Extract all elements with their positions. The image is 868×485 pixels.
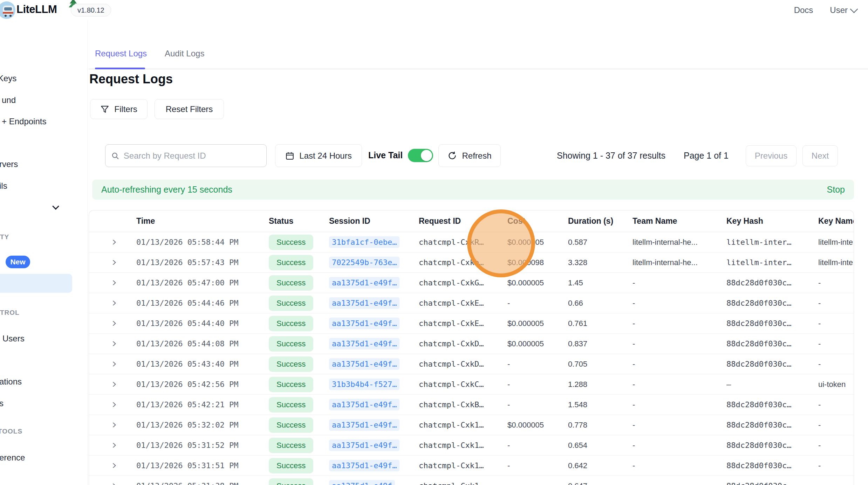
sidebar-item-servers[interactable]: rvers <box>0 159 18 169</box>
expand-row-chevron-icon[interactable] <box>89 463 136 468</box>
cell-time: 01/13/2026 05:57:43 PM <box>136 258 269 267</box>
cell-time: 01/13/2026 05:47:00 PM <box>136 278 269 287</box>
next-page-button[interactable]: Next <box>802 145 838 166</box>
table-row[interactable]: 01/13/2026 05:44:08 PM Success aa1375d1-… <box>89 334 854 354</box>
session-id-link[interactable]: aa1375d1-e49f… <box>329 358 399 370</box>
session-id-link[interactable]: 7022549b-763e… <box>329 257 399 268</box>
expand-row-chevron-icon[interactable] <box>89 280 136 285</box>
cell-request-id: chatcmpl-Cxk1… <box>419 461 507 470</box>
table-row[interactable]: 01/13/2026 05:58:44 PM Success 31bfa1cf-… <box>89 232 854 252</box>
expand-row-chevron-icon[interactable] <box>89 484 136 485</box>
cell-duration: 1.548 <box>568 400 633 409</box>
tab-request-logs[interactable]: Request Logs <box>95 49 147 58</box>
reset-filters-button[interactable]: Reset Filters <box>155 99 224 119</box>
table-row[interactable]: 01/13/2026 05:57:43 PM Success 7022549b-… <box>89 252 854 273</box>
session-id-link[interactable]: 31bfa1cf-0ebe… <box>329 236 399 248</box>
docs-link[interactable]: Docs <box>794 5 813 15</box>
cell-duration: 0.837 <box>568 339 633 348</box>
refresh-label: Refresh <box>462 151 491 161</box>
time-range-button[interactable]: Last 24 Hours <box>275 144 362 167</box>
session-id-link[interactable]: aa1375d1-e49f <box>329 480 395 485</box>
cell-cost: - <box>507 461 568 470</box>
sidebar-item-organizations[interactable]: ations <box>0 377 22 387</box>
table-row[interactable]: 01/13/2026 05:47:00 PM Success aa1375d1-… <box>89 273 854 293</box>
table-row[interactable]: 01/13/2026 05:31:51 PM Success aa1375d1-… <box>89 456 854 476</box>
cell-session-id: aa1375d1-e49f… <box>329 399 419 410</box>
cell-key-name: ui-token <box>818 380 854 389</box>
sidebar-item-virtual-keys[interactable]: Keys <box>0 74 16 83</box>
session-id-link[interactable]: aa1375d1-e49f… <box>329 338 399 349</box>
cell-duration: 0.642 <box>568 461 633 470</box>
expand-row-chevron-icon[interactable] <box>89 382 136 387</box>
cell-time: 01/13/2026 05:42:21 PM <box>136 400 269 409</box>
expand-row-chevron-icon[interactable] <box>89 301 136 305</box>
expand-row-chevron-icon[interactable] <box>89 341 136 346</box>
sidebar-item-guardrails[interactable]: ils <box>0 181 7 191</box>
user-menu[interactable]: User <box>830 5 857 15</box>
cell-session-id: aa1375d1-e49f… <box>329 338 419 349</box>
expand-row-chevron-icon[interactable] <box>89 443 136 448</box>
live-tail-toggle[interactable] <box>408 149 433 162</box>
cell-key-name: - <box>818 319 854 328</box>
cell-key-hash: 88dc28d0f030c… <box>726 461 818 470</box>
table-row[interactable]: 01/13/2026 05:42:56 PM Success 31b3b4b4-… <box>89 374 854 395</box>
table-row[interactable]: 01/13/2026 05:32:02 PM Success aa1375d1-… <box>89 415 854 435</box>
status-badge: Success <box>269 255 313 270</box>
sidebar-item-teams[interactable]: s <box>0 399 4 408</box>
sidebar-item-api-reference[interactable]: erence <box>0 453 25 463</box>
expand-row-chevron-icon[interactable] <box>89 423 136 427</box>
previous-page-button[interactable]: Previous <box>746 145 797 166</box>
sidebar-item-logs-selected[interactable] <box>0 274 72 293</box>
cell-team-name: - <box>633 461 726 470</box>
search-input[interactable] <box>124 151 261 161</box>
cell-key-name: - <box>818 441 854 450</box>
refresh-button[interactable]: Refresh <box>438 144 501 167</box>
toggle-knob <box>421 150 432 161</box>
sidebar-item-internal-users[interactable]: Users <box>2 334 25 344</box>
table-row[interactable]: 01/13/2026 05:31:52 PM Success aa1375d1-… <box>89 435 854 456</box>
expand-row-chevron-icon[interactable] <box>89 240 136 244</box>
expand-row-chevron-icon[interactable] <box>89 362 136 366</box>
session-id-link[interactable]: aa1375d1-e49f… <box>329 297 399 309</box>
sidebar-collapse-chevron-icon[interactable] <box>53 204 60 211</box>
stop-auto-refresh-button[interactable]: Stop <box>827 185 845 195</box>
status-badge: Success <box>269 316 313 331</box>
cell-team-name: litellm-internal-he... <box>633 258 726 267</box>
cell-time: 01/13/2026 05:44:46 PM <box>136 299 269 307</box>
session-id-link[interactable]: aa1375d1-e49f… <box>329 318 399 329</box>
cell-duration: 0.761 <box>568 319 633 328</box>
cell-key-name: - <box>818 421 854 430</box>
cell-status: Success <box>269 356 329 372</box>
filters-button[interactable]: Filters <box>90 99 148 119</box>
cell-key-name: - <box>818 278 854 287</box>
table-header-row: Time Status Session ID Request ID Cost D… <box>89 210 854 232</box>
expand-row-chevron-icon[interactable] <box>89 402 136 407</box>
session-id-link[interactable]: aa1375d1-e49f… <box>329 419 399 431</box>
expand-row-chevron-icon[interactable] <box>89 321 136 326</box>
session-id-link[interactable]: aa1375d1-e49f… <box>329 460 399 471</box>
table-row[interactable]: 01/13/2026 05:42:21 PM Success aa1375d1-… <box>89 395 854 415</box>
results-count: Showing 1 - 37 of 37 results <box>557 151 665 161</box>
table-row[interactable]: 01/13/2026 05:44:40 PM Success aa1375d1-… <box>89 313 854 334</box>
cell-session-id: aa1375d1-e49f… <box>329 358 419 370</box>
cell-time: 01/13/2026 05:31:52 PM <box>136 441 269 450</box>
session-id-link[interactable]: aa1375d1-e49f… <box>329 277 399 289</box>
session-id-link[interactable]: 31b3b4b4-f527… <box>329 379 399 390</box>
session-id-link[interactable]: aa1375d1-e49f… <box>329 399 399 410</box>
sidebar-item-models-endpoints[interactable]: + Endpoints <box>2 117 46 126</box>
status-badge: Success <box>269 478 313 485</box>
header-time: Time <box>136 216 269 226</box>
table-row[interactable]: 01/13/2026 05:44:46 PM Success aa1375d1-… <box>89 293 854 313</box>
table-row[interactable]: 01/13/2026 05:43:40 PM Success aa1375d1-… <box>89 354 854 374</box>
tab-audit-logs[interactable]: Audit Logs <box>165 49 204 58</box>
cell-key-hash: 88dc28d0f030c <box>726 481 818 485</box>
table-row[interactable]: 01/13/2026 05:31:38 PM Success aa1375d1-… <box>89 476 854 485</box>
cell-request-id: chatcmpl-CxkC… <box>419 380 507 389</box>
cell-duration: 1.288 <box>568 380 633 389</box>
sidebar-item-playground[interactable]: und <box>2 95 16 105</box>
cell-status: Success <box>269 377 329 392</box>
session-id-link[interactable]: aa1375d1-e49f… <box>329 439 399 451</box>
sidebar-nav: Keys und + Endpoints rvers ils TY New TR… <box>0 20 88 485</box>
expand-row-chevron-icon[interactable] <box>89 260 136 265</box>
cell-session-id: aa1375d1-e49f… <box>329 318 419 329</box>
